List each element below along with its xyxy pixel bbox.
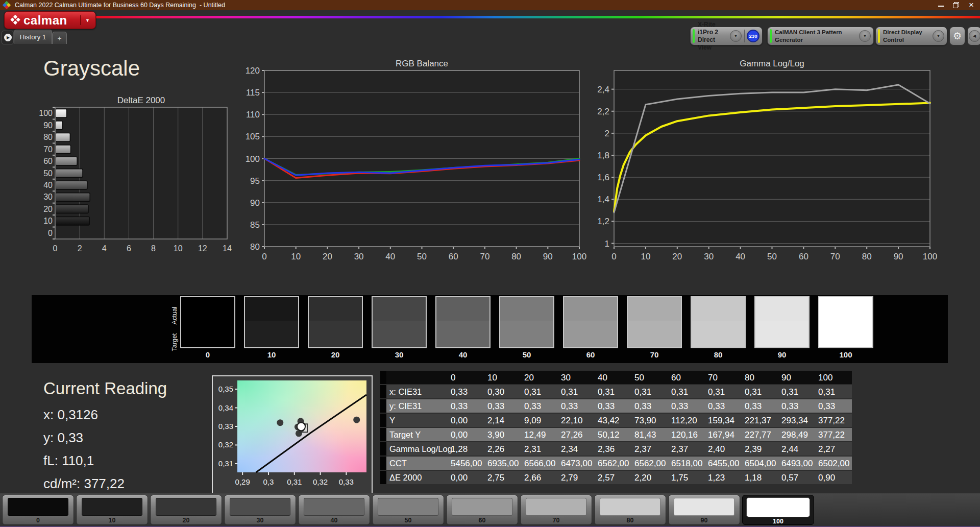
restore-button[interactable] <box>948 0 964 10</box>
svg-text:0,34: 0,34 <box>218 403 233 412</box>
svg-text:0: 0 <box>53 244 58 253</box>
display-control-dropdown[interactable]: Direct Display Control ▼ <box>875 27 947 45</box>
calman-menu-button[interactable]: calman ▼ <box>4 11 96 29</box>
reading-fL: fL: 110,1 <box>43 453 167 469</box>
table-cell: 6473,00 <box>558 457 595 470</box>
table-cell: 0,31 <box>595 385 631 398</box>
table-cell: 81,43 <box>631 428 668 441</box>
pattern-button-90[interactable]: 90 <box>668 495 740 525</box>
pattern-button-80[interactable]: 80 <box>594 495 666 525</box>
svg-text:80: 80 <box>43 133 53 141</box>
chevron-down-icon[interactable]: ▼ <box>859 30 871 42</box>
svg-text:2,4: 2,4 <box>597 85 609 94</box>
display-control-label: Direct Display Control <box>883 29 933 43</box>
svg-text:70: 70 <box>480 252 489 261</box>
table-cell: 298,49 <box>778 428 815 441</box>
table-cell: 2,27 <box>815 442 852 456</box>
table-cell: 6935,00 <box>484 457 521 470</box>
table-cell: 2,79 <box>558 471 595 484</box>
pattern-button-40[interactable]: 40 <box>298 495 370 525</box>
svg-text:100: 100 <box>923 252 937 261</box>
table-cell: 0,33 <box>595 399 631 413</box>
table-cell: 2,34 <box>558 442 595 456</box>
table-col-header: 70 <box>705 371 742 384</box>
svg-text:RGB Balance: RGB Balance <box>396 59 448 68</box>
svg-text:0,33: 0,33 <box>218 422 233 430</box>
chevron-left-icon: ◀ <box>969 30 980 42</box>
tab-history-1[interactable]: History 1 <box>14 30 52 44</box>
svg-text:6: 6 <box>127 244 131 253</box>
pattern-button-0[interactable]: 0 <box>2 495 74 525</box>
table-cell: 0,33 <box>558 399 595 413</box>
table-header-row: 0102030405060708090100 <box>380 371 852 384</box>
table-cell: 6493,00 <box>778 457 815 470</box>
table-row: CCT5456,006935,006566,006473,006562,0065… <box>380 457 852 470</box>
pattern-button-20[interactable]: 20 <box>150 495 222 525</box>
gear-icon: ⚙ <box>953 30 962 42</box>
table-cell: 2,44 <box>778 442 815 456</box>
table-cell: 0,33 <box>742 399 778 413</box>
meter-badge: 230 <box>747 30 760 42</box>
svg-text:30: 30 <box>43 193 53 201</box>
table-cell: 2,36 <box>595 442 631 456</box>
table-cell: 2,20 <box>631 471 668 484</box>
svg-text:0,32: 0,32 <box>313 477 328 486</box>
close-button[interactable]: × <box>964 0 979 10</box>
svg-text:105: 105 <box>246 132 260 141</box>
calman-logo-text: calman <box>23 13 67 28</box>
svg-text:0,29: 0,29 <box>235 477 250 486</box>
chevron-down-icon[interactable]: ▼ <box>730 30 742 42</box>
svg-text:110: 110 <box>246 110 260 119</box>
svg-text:60: 60 <box>43 157 53 165</box>
history-expander-button[interactable]: ▶ <box>2 31 14 44</box>
pattern-button-100[interactable]: 100 <box>742 495 814 525</box>
swatch-strip: Actual Target 0102030405060708090100 <box>32 295 948 363</box>
pattern-button-30[interactable]: 30 <box>224 495 296 525</box>
svg-text:10: 10 <box>641 252 650 261</box>
table-cell: 120,16 <box>668 428 705 441</box>
reading-cdm: cd/m²: 377,22 <box>43 476 167 492</box>
collapse-toolbar-button[interactable]: ◀ <box>967 27 980 45</box>
svg-text:95: 95 <box>250 176 260 186</box>
minimize-button[interactable] <box>933 0 948 10</box>
tab-add[interactable]: + <box>52 32 67 44</box>
meter-status <box>693 29 695 43</box>
table-cell: 1,23 <box>705 471 742 484</box>
pattern-generator-dropdown[interactable]: CalMAN Client 3 Pattern Generator ▼ <box>767 27 874 45</box>
table-col-header: 90 <box>778 371 815 384</box>
table-row-label: x: CIE31 <box>386 385 448 398</box>
chevron-down-icon[interactable]: ▼ <box>933 30 944 42</box>
pattern-button-10[interactable]: 10 <box>76 495 148 525</box>
app-icon <box>3 2 10 9</box>
table-row: Target Y0,003,9012,4927,2650,1281,43120,… <box>380 428 852 441</box>
table-cell: 2,37 <box>668 442 705 456</box>
svg-text:120: 120 <box>246 66 260 76</box>
svg-text:0: 0 <box>48 229 53 237</box>
svg-text:1: 1 <box>605 239 609 249</box>
table-cell: 377,22 <box>815 428 852 441</box>
settings-button[interactable]: ⚙ <box>949 27 965 45</box>
pattern-button-50[interactable]: 50 <box>372 495 444 525</box>
svg-text:0,31: 0,31 <box>287 477 302 486</box>
svg-text:14: 14 <box>223 244 232 253</box>
table-col-header: 20 <box>521 371 558 384</box>
table-cell: 6562,00 <box>595 457 631 470</box>
svg-text:50: 50 <box>43 169 53 178</box>
table-cell: 2,39 <box>742 442 778 456</box>
svg-text:85: 85 <box>250 220 260 230</box>
rgb-balance-chart: 8085909510010511011512001020304050607080… <box>232 55 590 262</box>
window-title: Calman 2022 Calman Ultimate for Business… <box>15 2 225 9</box>
table-col-header: 0 <box>448 371 484 384</box>
pattern-button-70[interactable]: 70 <box>520 495 592 525</box>
svg-text:90: 90 <box>43 121 53 130</box>
actual-row-label: Actual <box>171 300 178 331</box>
svg-text:30: 30 <box>704 252 714 261</box>
svg-text:4: 4 <box>102 244 107 253</box>
table-cell: 0,33 <box>778 399 815 413</box>
generator-label: CalMAN Client 3 Pattern Generator <box>775 29 859 43</box>
table-cell: 2,26 <box>484 442 521 456</box>
current-reading-panel: Current Reading x: 0,3126y: 0,33fL: 110,… <box>43 379 167 499</box>
svg-text:1,4: 1,4 <box>597 195 609 204</box>
pattern-button-60[interactable]: 60 <box>446 495 518 525</box>
meter-dropdown[interactable]: X-Rite i1Pro 2 Direct View ▼ 230 <box>690 27 763 45</box>
